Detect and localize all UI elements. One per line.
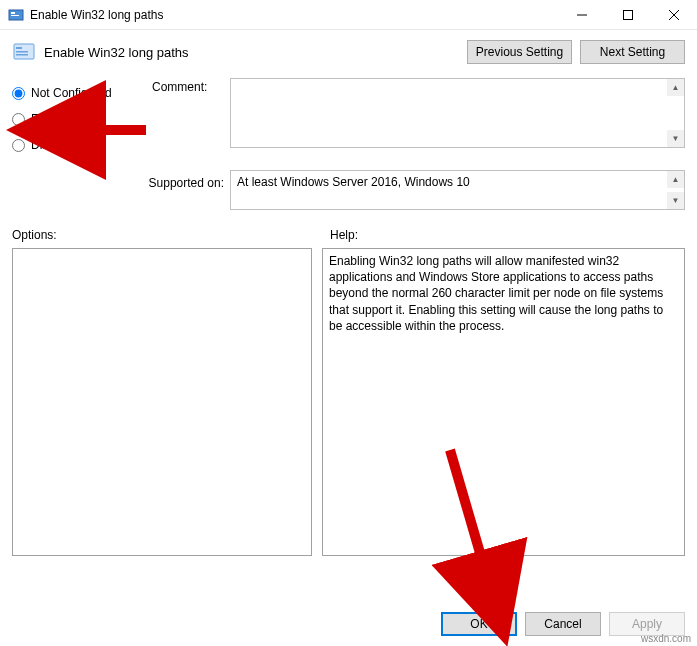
options-label: Options: xyxy=(12,228,330,242)
policy-icon xyxy=(12,40,36,64)
gpedit-icon xyxy=(8,7,24,23)
cancel-button[interactable]: Cancel xyxy=(525,612,601,636)
scroll-down-icon[interactable]: ▼ xyxy=(667,130,684,147)
help-pane: Enabling Win32 long paths will allow man… xyxy=(322,248,685,556)
radio-not-configured-label: Not Configured xyxy=(31,86,112,100)
dialog-title: Enable Win32 long paths xyxy=(44,45,459,60)
maximize-button[interactable] xyxy=(605,0,651,30)
radio-disabled-input[interactable] xyxy=(12,139,25,152)
svg-rect-2 xyxy=(11,15,19,16)
window-title: Enable Win32 long paths xyxy=(30,8,559,22)
radio-not-configured-input[interactable] xyxy=(12,87,25,100)
radio-enabled[interactable]: Enabled xyxy=(12,106,152,132)
radio-disabled-label: Disabled xyxy=(31,138,78,152)
options-pane xyxy=(12,248,312,556)
dialog-header: Enable Win32 long paths Previous Setting… xyxy=(0,30,697,72)
help-label: Help: xyxy=(330,228,358,242)
comment-textarea[interactable]: ▲ ▼ xyxy=(230,78,685,148)
help-text: Enabling Win32 long paths will allow man… xyxy=(329,254,663,333)
svg-rect-1 xyxy=(11,12,15,14)
svg-rect-10 xyxy=(16,54,28,56)
radio-enabled-input[interactable] xyxy=(12,113,25,126)
state-radio-group: Not Configured Enabled Disabled xyxy=(12,78,152,158)
scroll-up-icon[interactable]: ▲ xyxy=(667,79,684,96)
close-button[interactable] xyxy=(651,0,697,30)
radio-disabled[interactable]: Disabled xyxy=(12,132,152,158)
radio-not-configured[interactable]: Not Configured xyxy=(12,80,152,106)
minimize-button[interactable] xyxy=(559,0,605,30)
comment-label: Comment: xyxy=(152,78,230,158)
supported-on-text: At least Windows Server 2016, Windows 10 xyxy=(237,175,470,189)
svg-rect-9 xyxy=(16,51,28,53)
next-setting-button[interactable]: Next Setting xyxy=(580,40,685,64)
supported-on-box: At least Windows Server 2016, Windows 10… xyxy=(230,170,685,210)
svg-rect-4 xyxy=(624,10,633,19)
scroll-down-icon[interactable]: ▼ xyxy=(667,192,684,209)
supported-on-label: Supported on: xyxy=(12,170,230,210)
ok-button[interactable]: OK xyxy=(441,612,517,636)
titlebar: Enable Win32 long paths xyxy=(0,0,697,30)
previous-setting-button[interactable]: Previous Setting xyxy=(467,40,572,64)
watermark: wsxdn.com xyxy=(641,633,691,644)
radio-enabled-label: Enabled xyxy=(31,112,75,126)
svg-rect-8 xyxy=(16,47,22,49)
scroll-up-icon[interactable]: ▲ xyxy=(667,171,684,188)
